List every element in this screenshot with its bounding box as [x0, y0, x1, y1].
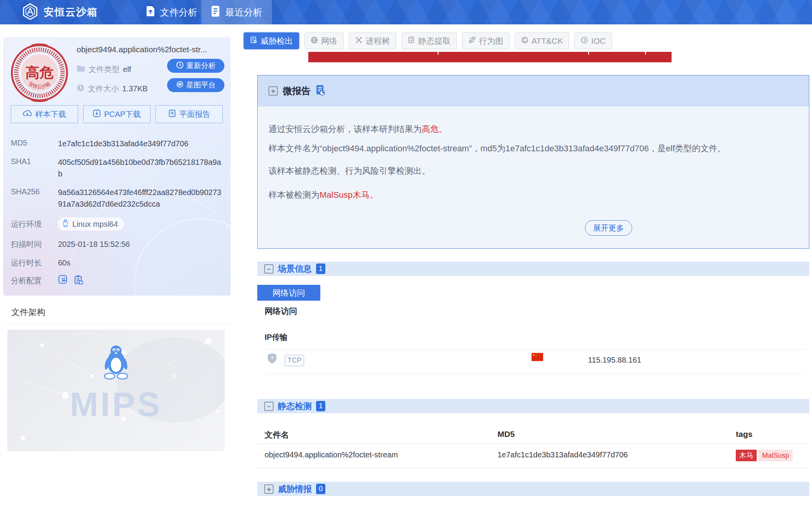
file-architecture-title: 文件架构	[11, 306, 45, 318]
expand-plus-icon[interactable]: ＋	[268, 86, 278, 96]
md5-label: MD5	[11, 139, 58, 149]
flat-report-button[interactable]: 平面报告	[156, 105, 223, 123]
static-table-row[interactable]: object9494.application%2foctet-stream 1e…	[257, 444, 809, 468]
pcap-download-button[interactable]: PCAP下载	[83, 105, 150, 123]
report-line-2: 样本文件名为“object9494.application%2foctet-st…	[268, 143, 798, 154]
tab-behavior-graph[interactable]: 行为图	[462, 33, 509, 49]
svg-text:?: ?	[271, 356, 274, 361]
lightning-circle-icon	[581, 36, 588, 46]
duration-value: 60s	[58, 258, 70, 267]
col-md5: MD5	[497, 430, 515, 439]
micro-report-title: 微报告	[283, 85, 311, 97]
report-line-1: 通过安恒云沙箱分析，该样本研判结果为高危。	[268, 123, 447, 135]
analysis-tabs: 威胁检出 网络 进程树 静态提取 行为图 ATT&CK IOC	[244, 33, 612, 49]
folder-icon	[77, 65, 85, 74]
tab-label: 网络	[321, 36, 337, 46]
sample-summary-card: 高危 安恒云沙箱 object9494.application%2foctet-…	[3, 37, 231, 296]
divider	[265, 374, 805, 374]
refresh-clock-icon	[176, 61, 184, 71]
expand-plus-icon[interactable]: ＋	[264, 484, 274, 494]
sha1-label: SHA1	[11, 157, 58, 180]
threat-intel-header: ＋ 威胁情报 0	[257, 482, 809, 496]
md5-row: MD5 1e7afc1c1de3b313afad4e349f77d706	[11, 139, 224, 149]
report-line-4: 样本被检测为MalSusp木马。	[268, 189, 378, 201]
scan-time-label: 扫描时间	[11, 239, 58, 250]
sample-download-button[interactable]: 样本下载	[11, 105, 78, 123]
shield-question-icon: ?	[267, 353, 277, 366]
pcap-download-label: PCAP下载	[104, 109, 140, 120]
tab-threat-detection[interactable]: 威胁检出	[244, 33, 299, 49]
col-filename: 文件名	[265, 430, 289, 440]
static-table-header: 文件名 MD5 tags	[257, 426, 809, 444]
scene-info-count-badge: 1	[316, 264, 325, 274]
report-doc-icon	[168, 110, 176, 119]
nav-tab-recent-analysis[interactable]: 最近分析	[201, 0, 272, 24]
duration-label: 运行时长	[11, 258, 58, 268]
doc-check-icon	[408, 36, 415, 46]
divider	[265, 349, 805, 349]
threat-doc-icon	[250, 36, 257, 46]
sample-filename: object9494.application%2foctet-str...	[77, 45, 227, 54]
globe-icon	[311, 36, 318, 46]
file-size-label: 文件大小	[88, 84, 119, 94]
remote-ip-address[interactable]: 115.195.88.161	[588, 356, 641, 365]
env-pill: Linux mpsl64	[58, 217, 124, 231]
nav-tab-file-analysis[interactable]: 文件分析	[136, 0, 207, 24]
protocol-tag: TCP	[285, 355, 304, 366]
starmap-platform-button[interactable]: 星图平台	[167, 78, 224, 92]
tab-network[interactable]: 网络	[304, 33, 344, 49]
verdict-text: 高危。	[422, 124, 447, 134]
ip-transfer-title: IP传输	[265, 332, 287, 342]
tab-label: 行为图	[479, 36, 503, 46]
file-type-row: 文件类型 elf	[77, 64, 131, 75]
china-flag-icon	[532, 353, 543, 363]
clock-icon	[77, 84, 84, 94]
severity-banner	[308, 52, 672, 62]
box-download-icon	[93, 110, 101, 119]
reanalyze-button[interactable]: 重新分析	[167, 59, 224, 73]
micro-report-section: ＋ 微报告 通过安恒云沙箱分析，该样本研判结果为高危。 样本文件名为“objec…	[257, 75, 809, 249]
report-chart-doc-icon[interactable]	[316, 85, 325, 97]
file-size-row: 文件大小 1.37KB	[77, 84, 148, 94]
top-navbar: 安恒云沙箱 文件分析 最近分析	[0, 0, 812, 24]
flowchart-icon	[468, 36, 476, 46]
config-row: 分析配置 1	[11, 275, 84, 287]
tab-attack[interactable]: ATT&CK	[515, 33, 569, 49]
tab-static-extract[interactable]: 静态提取	[402, 33, 457, 49]
tab-ioc[interactable]: IOC	[574, 33, 612, 49]
sha256-row: SHA256 9a56a3126564e473fe46fff22aa8278ed…	[11, 187, 224, 210]
file-upload-icon	[145, 5, 156, 19]
collapse-minus-icon[interactable]: －	[264, 402, 274, 411]
sha1-value: 405cf505d91a456b10be0d73fb7b65218178a9ab	[58, 156, 224, 180]
scene-info-header: － 场景信息 1	[257, 262, 809, 276]
tab-label: ATT&CK	[532, 36, 563, 46]
collapse-minus-icon[interactable]: －	[264, 264, 274, 274]
static-detection-title: 静态检测	[278, 401, 312, 412]
sha256-value: 9a56a3126564e473fe46fff22aa8278ed0b90273…	[58, 187, 224, 210]
env-label: 运行环境	[11, 219, 58, 229]
subtab-network-access[interactable]: 网络访问	[257, 285, 320, 301]
svg-text:高危: 高危	[26, 65, 53, 80]
static-detection-count-badge: 1	[316, 401, 325, 411]
report-line-3: 该样本被静态检测、行为风险引擎检测出。	[268, 165, 430, 177]
md5-value: 1e7afc1c1de3b313afad4e349f77d706	[58, 138, 224, 149]
high-risk-stamp: 高危 安恒云沙箱	[10, 43, 69, 104]
expand-more-button[interactable]: 展开更多	[585, 220, 632, 236]
brand[interactable]: 安恒云沙箱	[21, 0, 98, 24]
sha256-label: SHA256	[11, 187, 58, 210]
threat-intel-count-badge: 0	[316, 484, 325, 494]
sample-download-label: 样本下载	[35, 109, 66, 120]
navbar-pattern	[0, 0, 812, 24]
static-detection-header: － 静态检测 1	[257, 399, 809, 413]
sort-config-icon[interactable]: 1	[58, 275, 68, 287]
malsusp-tag: MalSusp	[759, 450, 793, 461]
tab-label: 威胁检出	[260, 36, 293, 46]
attack-circle-icon	[521, 36, 528, 46]
scan-time-row: 扫描时间 2025-01-18 15:52:56	[11, 239, 130, 250]
cloud-download-icon	[23, 110, 32, 119]
star-globe-icon	[176, 80, 184, 90]
clipboard-config-icon[interactable]	[74, 275, 84, 287]
app-title: 安恒云沙箱	[44, 5, 98, 19]
row-tags: 木马 MalSusp	[736, 450, 793, 461]
tab-process-tree[interactable]: 进程树	[349, 33, 396, 49]
